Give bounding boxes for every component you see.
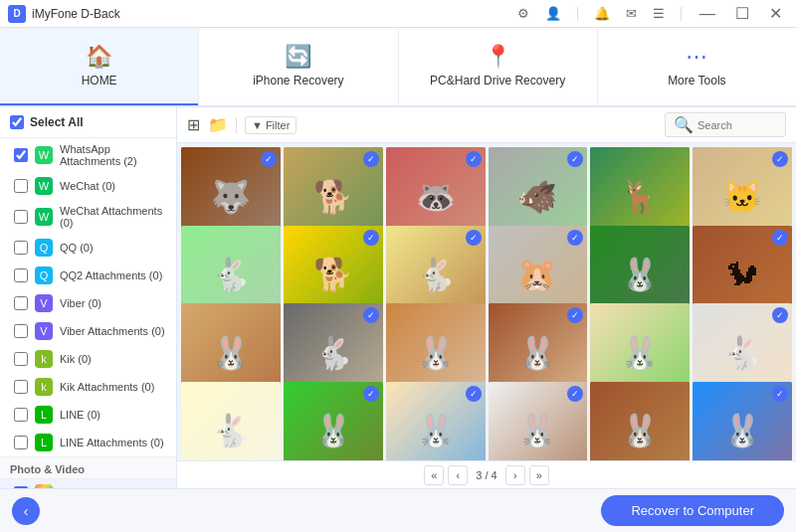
whatsapp-label: WhatsApp Attachments (2)	[60, 143, 166, 167]
sidebar-item-viber[interactable]: V Viber (0)	[0, 289, 176, 317]
folder-icon[interactable]: 📁	[208, 115, 228, 134]
viber-attach-checkbox[interactable]	[14, 324, 28, 338]
grid-view-icon[interactable]: ⊞	[187, 115, 200, 134]
line-attach-checkbox[interactable]	[14, 436, 28, 449]
sidebar-item-photos[interactable]: 🌸 Photos (83)	[0, 479, 176, 488]
photo-cell[interactable]: 🐰✓	[489, 382, 588, 461]
search-input[interactable]	[697, 119, 777, 131]
page-info: 3 / 4	[472, 469, 500, 481]
viber-attach-label: Viber Attachments (0)	[60, 325, 165, 337]
photo-check-badge: ✓	[261, 151, 277, 167]
nav-pc-label: PC&Hard Drive Recovery	[430, 74, 565, 88]
wechat-label: WeChat (0)	[60, 180, 115, 192]
photo-check-badge: ✓	[466, 386, 482, 402]
photo-check-badge: ✓	[363, 307, 379, 323]
whatsapp-icon: W	[35, 146, 53, 164]
photo-check-badge: ✓	[363, 386, 379, 402]
iphone-recovery-icon: 🔄	[285, 46, 311, 68]
settings-icon[interactable]: ⚙	[513, 4, 533, 23]
wechat-icon: W	[35, 177, 53, 195]
toolbar-separator	[236, 117, 237, 133]
photos-icon: 🌸	[35, 484, 53, 488]
photo-grid: 🐺✓🐕✓🦝✓🐗✓🦌🐱✓🐇🐕✓🐇✓🐹✓🐰🐿✓🐰🐇✓🐰🐰✓🐰🐇✓🐇🐰✓🐰✓🐰✓🐰🐰✓	[177, 143, 796, 460]
notifications-icon[interactable]: 🔔	[590, 4, 614, 23]
user-icon[interactable]: 👤	[541, 4, 565, 23]
app-title: iMyFone D-Back	[32, 7, 120, 21]
sidebar-item-qq2[interactable]: Q QQ2 Attachments (0)	[0, 262, 176, 289]
sidebar-item-qq[interactable]: Q QQ (0)	[0, 234, 176, 262]
photo-check-badge: ✓	[567, 230, 583, 246]
sidebar-item-line-attach[interactable]: L LINE Attachments (0)	[0, 429, 176, 456]
photo-check-badge: ✓	[466, 230, 482, 246]
sidebar-item-whatsapp[interactable]: W WhatsApp Attachments (2)	[0, 138, 176, 172]
prev-page-button[interactable]: ‹	[448, 465, 468, 485]
last-page-button[interactable]: »	[529, 465, 549, 485]
nav-more-tools[interactable]: ⋯ More Tools	[598, 28, 796, 105]
nav-pc-hard-drive[interactable]: 📍 PC&Hard Drive Recovery	[399, 28, 598, 105]
viber-attach-icon: V	[35, 322, 53, 340]
app-logo: D	[8, 5, 26, 23]
pagination: « ‹ 3 / 4 › »	[177, 460, 796, 488]
qq-label: QQ (0)	[60, 242, 94, 254]
kik-label: Kik (0)	[60, 353, 92, 365]
search-box[interactable]: 🔍	[665, 112, 786, 137]
next-page-button[interactable]: ›	[505, 465, 525, 485]
kik-checkbox[interactable]	[14, 352, 28, 366]
photos-checkbox[interactable]	[14, 486, 28, 488]
photo-cell[interactable]: 🐰✓	[693, 382, 792, 461]
first-page-button[interactable]: «	[424, 465, 444, 485]
viber-checkbox[interactable]	[14, 296, 28, 310]
titlebar-separator2	[681, 7, 682, 21]
filter-button[interactable]: ▼ Filter	[245, 116, 297, 134]
titlebar-separator	[577, 7, 578, 21]
filter-label: Filter	[266, 119, 290, 131]
qq2-icon: Q	[35, 266, 53, 284]
photo-cell[interactable]: 🐰✓	[284, 382, 383, 461]
qq-icon: Q	[35, 239, 53, 257]
content-area: ⊞ 📁 ▼ Filter 🔍 🐺✓🐕✓🦝✓🐗✓🦌🐱✓🐇🐕✓🐇✓🐹✓🐰🐿✓🐰🐇✓🐰…	[177, 107, 796, 488]
sidebar-item-wechat[interactable]: W WeChat (0)	[0, 172, 176, 200]
titlebar: D iMyFone D-Back ⚙ 👤 🔔 ✉ ☰ — ☐ ✕	[0, 0, 796, 28]
photo-animal: 🐇	[181, 382, 281, 461]
line-attach-icon: L	[35, 434, 53, 451]
photo-check-badge: ✓	[567, 386, 583, 402]
recover-computer-button[interactable]: Recover to Computer	[601, 495, 784, 526]
email-icon[interactable]: ✉	[622, 4, 641, 23]
photo-cell[interactable]: 🐰	[590, 382, 690, 461]
photo-cell[interactable]: 🐇	[181, 382, 281, 461]
search-icon: 🔍	[674, 115, 694, 134]
sidebar-item-kik[interactable]: k Kik (0)	[0, 345, 176, 373]
wechat-checkbox[interactable]	[14, 179, 28, 193]
nav-iphone-recovery[interactable]: 🔄 iPhone Recovery	[199, 28, 398, 105]
whatsapp-checkbox[interactable]	[14, 148, 28, 162]
nav-iphone-label: iPhone Recovery	[253, 74, 343, 88]
wechat-attach-label: WeChat Attachments (0)	[60, 205, 166, 229]
select-all-checkbox[interactable]	[10, 115, 24, 129]
nav-home[interactable]: 🏠 HOME	[0, 28, 199, 105]
viber-label: Viber (0)	[60, 297, 101, 309]
line-label: LINE (0)	[60, 409, 100, 421]
maximize-button[interactable]: ☐	[729, 2, 755, 25]
photo-check-badge: ✓	[363, 230, 379, 246]
sidebar-item-wechat-attach[interactable]: W WeChat Attachments (0)	[0, 200, 176, 234]
photo-check-badge: ✓	[772, 151, 788, 167]
sidebar-item-kik-attach[interactable]: k Kik Attachments (0)	[0, 373, 176, 401]
wechat-attach-checkbox[interactable]	[14, 210, 28, 224]
close-button[interactable]: ✕	[763, 2, 788, 25]
wechat-attach-icon: W	[35, 208, 53, 226]
qq2-checkbox[interactable]	[14, 268, 28, 282]
photos-label: Photos (83)	[60, 487, 119, 488]
qq-checkbox[interactable]	[14, 241, 28, 255]
sidebar-item-line[interactable]: L LINE (0)	[0, 401, 176, 429]
menu-icon[interactable]: ☰	[649, 4, 669, 23]
minimize-button[interactable]: —	[694, 3, 721, 25]
qq2-label: QQ2 Attachments (0)	[60, 269, 162, 281]
back-button[interactable]: ‹	[12, 497, 40, 525]
photo-animal: 🐰	[590, 382, 690, 461]
sidebar-item-viber-attach[interactable]: V Viber Attachments (0)	[0, 317, 176, 345]
line-checkbox[interactable]	[14, 408, 28, 422]
photo-check-badge: ✓	[466, 151, 482, 167]
kik-attach-icon: k	[35, 378, 53, 396]
kik-attach-checkbox[interactable]	[14, 380, 28, 394]
photo-cell[interactable]: 🐰✓	[386, 382, 486, 461]
